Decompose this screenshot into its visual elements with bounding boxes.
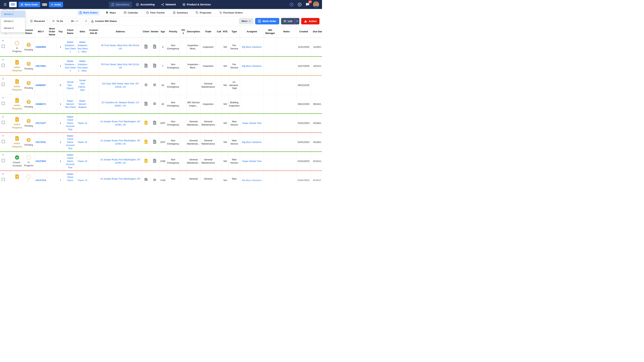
column-header-po[interactable]: PO # xyxy=(180,26,186,37)
assignee-link[interactable]: Super Vendor Test xyxy=(242,160,262,163)
work-order-quick-button[interactable]: Work Order xyxy=(18,2,40,7)
expand-row-icon[interactable] xyxy=(2,115,4,118)
assignee-link[interactable]: Big Boss Solutions xyxy=(242,179,262,181)
client-name-link[interactable]: Walter Solutions - Test Client 1 xyxy=(64,40,76,53)
column-header-notes[interactable]: Notes xyxy=(277,26,296,37)
received-filter-button[interactable]: Received xyxy=(27,18,48,24)
column-header-vendor[interactable]: Vendor xyxy=(150,26,159,37)
column-header-due[interactable]: Due Date xyxy=(311,26,322,37)
expand-row-icon[interactable] xyxy=(2,39,4,42)
tab-calendar[interactable]: Calendar xyxy=(122,10,140,15)
row-checkbox[interactable] xyxy=(2,83,5,86)
assignee-link[interactable]: Big Boss Solutions xyxy=(242,141,262,144)
expand-row-icon[interactable] xyxy=(2,154,4,156)
row-checkbox[interactable] xyxy=(2,64,5,67)
invoice-doc-icon[interactable]: $ xyxy=(153,159,156,164)
row-checkbox[interactable] xyxy=(2,45,5,48)
column-header-custom_site_id[interactable]: Custom Site ID xyxy=(88,26,99,37)
wo-number-link[interactable]: #5486371 xyxy=(36,102,46,106)
more-button[interactable]: More xyxy=(239,18,253,24)
custom-wo-status-button[interactable]: 0 Custom WO Status xyxy=(84,18,119,24)
hamburger-menu-button[interactable]: ☰ xyxy=(3,2,7,7)
expand-row-icon[interactable] xyxy=(2,77,4,80)
invoice-doc-icon[interactable]: $ xyxy=(153,121,156,126)
menu-item-version-3[interactable]: Version 3 xyxy=(1,24,25,31)
column-header-priority[interactable]: Priority xyxy=(166,26,180,37)
row-checkbox[interactable] xyxy=(2,102,5,105)
wo-number-link[interactable]: #3127833 xyxy=(36,160,46,163)
wo-number-link[interactable]: #5573061 xyxy=(36,64,46,68)
client-name-link[interactable]: Walter Client Demo Account Test xyxy=(64,134,76,150)
menu-item-version-2[interactable]: Version 2 xyxy=(1,17,25,24)
address-link[interactable]: 14 Juniper Road, Port Washington, NY 110… xyxy=(99,158,141,164)
nav-network[interactable]: Network xyxy=(159,1,178,7)
wo-number-link[interactable]: #5584955 xyxy=(36,45,46,49)
address-link[interactable]: 55 Fruit Street, West End, MA 02114, US xyxy=(99,44,141,50)
placeholder-square-icon[interactable] xyxy=(153,102,156,106)
site-link[interactable]: Sonali Test Client1 - site1 xyxy=(77,79,88,91)
app-logo[interactable] xyxy=(9,2,17,7)
column-header-wo_name[interactable]: Work Order Name xyxy=(47,26,57,37)
site-link[interactable]: Tower 10 xyxy=(78,141,87,144)
column-header-assignee[interactable]: Assignee xyxy=(240,26,264,37)
wo-number-link[interactable]: #5486587 xyxy=(36,84,46,87)
column-header-nte[interactable]: NTE xyxy=(222,26,228,37)
invoice-doc-icon[interactable]: $ xyxy=(144,178,148,181)
address-link[interactable]: 55 Fruit Street, West End, MA 02114, US xyxy=(99,63,141,69)
site-link[interactable]: Walter Solutions Test client 1 - Site1 xyxy=(77,60,88,72)
column-header-client[interactable]: Client xyxy=(142,26,150,37)
expand-row-icon[interactable] xyxy=(2,173,4,175)
placeholder-square-icon[interactable] xyxy=(153,179,156,181)
site-link[interactable]: Tower 10 xyxy=(78,179,87,181)
history-icon[interactable] xyxy=(289,2,294,7)
address-link[interactable]: 20 Coastline Dr, Newport Beach, CA 92657… xyxy=(99,101,141,107)
help-icon[interactable]: ? xyxy=(297,2,302,7)
invoice-doc-icon[interactable]: $ xyxy=(144,63,148,69)
expand-row-icon[interactable] xyxy=(2,58,4,61)
nav-product-services[interactable]: Product & Services xyxy=(180,1,213,7)
invoice-doc-icon[interactable]: $ xyxy=(153,63,156,69)
wo-number-link[interactable]: #3171011 xyxy=(36,141,46,144)
header-sort-caret-icon[interactable] xyxy=(4,32,7,35)
tab-time-tracker[interactable]: Time Tracker xyxy=(144,10,167,15)
client-name-link[interactable]: Walter Client Demo Account Test xyxy=(64,173,76,181)
assignee-link[interactable]: Big Boss Solutions xyxy=(242,64,262,68)
invoice-doc-icon[interactable]: $ xyxy=(144,159,148,164)
invoice-doc-icon[interactable]: $ xyxy=(144,140,148,145)
list-view-dropdown[interactable] xyxy=(295,18,299,24)
column-header-created[interactable]: Created xyxy=(296,26,311,37)
column-header-address[interactable]: Address xyxy=(99,26,142,37)
assignee-link[interactable]: Super Vendor Test xyxy=(242,122,262,125)
site-link[interactable]: Walter Solutions Test client 1 - Site1 xyxy=(77,40,88,53)
user-avatar[interactable] xyxy=(313,1,319,7)
todo-filter-button[interactable]: To Do xyxy=(50,18,66,24)
nav-accounting[interactable]: $ Accounting xyxy=(133,1,157,7)
invoice-doc-icon[interactable]: $ xyxy=(153,44,156,49)
client-name-link[interactable]: Sonali Test - Client1 xyxy=(64,80,76,90)
address-link[interactable]: 14 Juniper Road, Port Washington, NY 110… xyxy=(99,139,141,145)
address-link[interactable]: 14 Juniper Road, Port Washington, NY 110… xyxy=(99,120,141,126)
column-header-wo_manager[interactable]: WO Manager xyxy=(264,26,277,37)
menu-item-version-1[interactable]: Version 1 xyxy=(1,10,25,17)
site-link[interactable]: Bayer Munich Stadium xyxy=(77,99,88,109)
client-name-link[interactable]: Walter Client Demo Account Test xyxy=(64,153,76,169)
wo-number-link[interactable]: #3171477 xyxy=(36,122,46,125)
tab-proposals[interactable]: Proposals xyxy=(194,10,213,15)
site-link[interactable]: Tower 10 xyxy=(78,160,87,163)
tab-purchase-orders[interactable]: Purchase Orders xyxy=(217,10,245,15)
tab-maps[interactable]: Maps xyxy=(104,10,118,15)
invoice-doc-icon[interactable]: $ xyxy=(144,102,148,107)
address-link[interactable]: 222 East 34th Street, New York, NY 10016… xyxy=(99,82,141,88)
nav-operations[interactable]: Operations xyxy=(109,1,132,7)
row-checkbox[interactable] xyxy=(2,159,5,162)
column-header-description[interactable]: Description xyxy=(186,26,200,37)
list-view-button[interactable]: List xyxy=(281,18,300,24)
placeholder-square-icon[interactable] xyxy=(145,83,147,87)
action-button[interactable]: Action xyxy=(301,18,320,24)
chat-icon[interactable]: 22 xyxy=(305,2,310,7)
client-name-link[interactable]: Walter Solutions - Test Client 1 xyxy=(64,60,76,72)
column-header-trade[interactable]: Trade xyxy=(200,26,216,37)
new-work-order-button[interactable]: Work Order xyxy=(255,18,279,24)
assignee-link[interactable]: Big Boss Solutions xyxy=(242,45,262,49)
address-link[interactable]: 14 Juniper Road, Port Washington, NY 110… xyxy=(99,177,141,181)
